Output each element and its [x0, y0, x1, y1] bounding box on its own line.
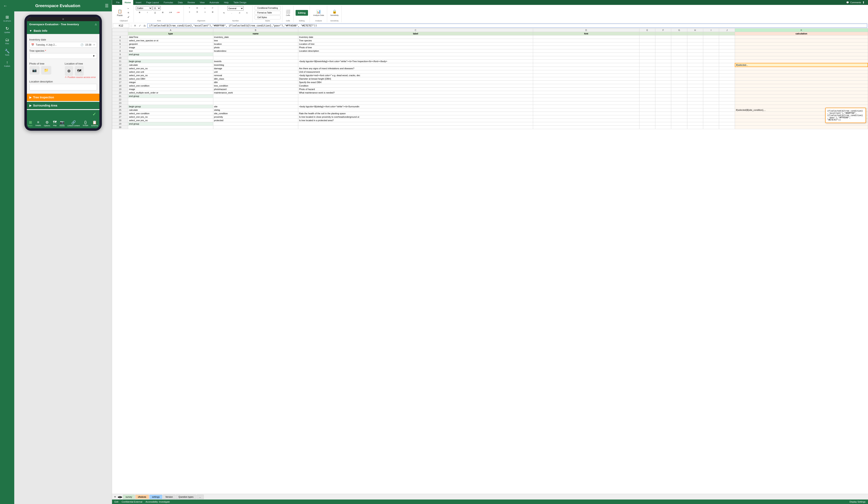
cells-button[interactable]: ⬜ Cells — [285, 9, 292, 17]
back-button[interactable]: ← — [3, 3, 7, 8]
format-as-table-button[interactable]: Format as Table — [255, 11, 280, 15]
cell-empty[interactable] — [639, 119, 655, 122]
cell-type[interactable]: text — [128, 49, 213, 53]
cell-hint[interactable] — [533, 81, 639, 84]
cell-type[interactable] — [128, 126, 213, 129]
cell-label[interactable] — [298, 126, 533, 129]
tab-view[interactable]: View — [197, 0, 207, 5]
row-number[interactable]: 21 — [112, 94, 128, 98]
location-gps-button[interactable]: ⊕ — [65, 66, 73, 76]
cell-label[interactable]: Specify the exact DBH — [298, 81, 533, 84]
row-number[interactable]: 11 — [112, 60, 128, 63]
col-header-b[interactable]: B — [213, 29, 298, 32]
cell-empty[interactable] — [655, 94, 671, 98]
cell-calculation[interactable] — [735, 49, 868, 53]
cell-label[interactable]: <body bgcolor=${sitebg}><font color="whi… — [298, 105, 533, 108]
cell-empty[interactable] — [687, 94, 703, 98]
col-header-a[interactable]: A — [128, 29, 213, 32]
cell-empty[interactable] — [671, 63, 687, 67]
cell-empty[interactable] — [671, 70, 687, 74]
cell-empty[interactable] — [719, 87, 735, 91]
cell-empty[interactable] — [719, 122, 735, 126]
cell-empty[interactable] — [687, 105, 703, 108]
merge-button[interactable]: ⊞ — [209, 10, 216, 14]
cell-empty[interactable] — [639, 94, 655, 98]
cell-name[interactable] — [213, 94, 298, 98]
wrap-text-button[interactable]: ↵ — [209, 6, 216, 10]
cell-empty[interactable] — [703, 74, 719, 77]
align-left-button[interactable]: ≡ — [186, 10, 193, 14]
cell-empty[interactable] — [671, 105, 687, 108]
cell-type[interactable] — [128, 98, 213, 102]
cell-name[interactable] — [213, 56, 298, 60]
cell-empty[interactable] — [639, 105, 655, 108]
cell-empty[interactable] — [639, 98, 655, 102]
cell-empty[interactable] — [655, 63, 671, 67]
cell-empty[interactable] — [719, 108, 735, 112]
cell-empty[interactable] — [655, 49, 671, 53]
cell-empty[interactable] — [719, 102, 735, 105]
row-number[interactable]: 9 — [112, 53, 128, 56]
cell-hint[interactable] — [533, 112, 639, 115]
cell-type[interactable]: select_one tree_species or ot — [128, 39, 213, 42]
tab-insert[interactable]: Insert — [133, 0, 144, 5]
cell-hint[interactable] — [533, 108, 639, 112]
cell-empty[interactable] — [687, 46, 703, 49]
cell-name[interactable]: locationdesc — [213, 49, 298, 53]
cell-empty[interactable] — [719, 81, 735, 84]
cell-empty[interactable] — [719, 77, 735, 81]
cell-empty[interactable] — [671, 77, 687, 81]
cell-empty[interactable] — [671, 91, 687, 94]
cell-empty[interactable] — [639, 46, 655, 49]
cell-hint[interactable] — [533, 35, 639, 39]
cell-empty[interactable] — [703, 81, 719, 84]
cell-label[interactable]: <body bgcolor=red><font color=" e.g. dea… — [298, 74, 533, 77]
cell-label[interactable]: <body bgcolor=${treeinfobg}><font color=… — [298, 60, 533, 63]
cell-empty[interactable] — [719, 74, 735, 77]
cell-label[interactable] — [298, 63, 533, 67]
cell-empty[interactable] — [719, 42, 735, 46]
sidebar-item-files[interactable]: 🗂 Files — [0, 36, 14, 46]
bottom-nav-media[interactable]: 📷 Media — [60, 120, 64, 127]
cell-empty[interactable] — [639, 35, 655, 39]
sheet-tab-settings[interactable]: settings — [149, 495, 162, 499]
cell-empty[interactable] — [655, 115, 671, 119]
cell-empty[interactable] — [687, 60, 703, 63]
cell-empty[interactable] — [671, 53, 687, 56]
location-desc-input[interactable] — [29, 84, 97, 91]
cell-calculation[interactable] — [735, 70, 868, 74]
cell-empty[interactable] — [639, 112, 655, 115]
cell-empty[interactable] — [687, 126, 703, 129]
col-header-f[interactable]: F — [655, 29, 671, 32]
tree-species-dropdown[interactable]: ▼ — [29, 53, 97, 59]
tab-formulas[interactable]: Formulas — [161, 0, 176, 5]
row-number[interactable]: 24 — [112, 105, 128, 108]
cell-empty[interactable] — [655, 67, 671, 70]
cell-hint[interactable] — [533, 87, 639, 91]
sidebar-item-xlsform[interactable]: ⊞ XLSForm — [0, 13, 14, 24]
cell-hint[interactable] — [533, 49, 639, 53]
tab-file[interactable]: File — [114, 0, 122, 5]
cell-calculation[interactable]: if(selected... — [735, 63, 868, 67]
cell-empty[interactable] — [703, 42, 719, 46]
cell-empty[interactable] — [687, 108, 703, 112]
bottom-nav-linked[interactable]: 🔗 Linked Content — [68, 120, 80, 127]
cell-empty[interactable] — [719, 39, 735, 42]
cell-empty[interactable] — [655, 56, 671, 60]
copy-button[interactable]: ⧉ — [125, 11, 132, 15]
cell-empty[interactable] — [687, 77, 703, 81]
row-number[interactable]: 8 — [112, 49, 128, 53]
cell-type[interactable]: image — [128, 46, 213, 49]
cell-name[interactable]: tree_condition — [213, 84, 298, 87]
cell-label[interactable] — [298, 56, 533, 60]
cell-empty[interactable] — [687, 84, 703, 87]
cell-hint[interactable] — [533, 94, 639, 98]
cell-empty[interactable] — [687, 122, 703, 126]
row-number[interactable]: 16 — [112, 77, 128, 81]
cell-empty[interactable] — [671, 35, 687, 39]
cell-empty[interactable] — [703, 119, 719, 122]
cell-empty[interactable] — [719, 84, 735, 87]
cell-empty[interactable] — [687, 67, 703, 70]
cell-label[interactable]: Condition — [298, 84, 533, 87]
cell-empty[interactable] — [671, 115, 687, 119]
